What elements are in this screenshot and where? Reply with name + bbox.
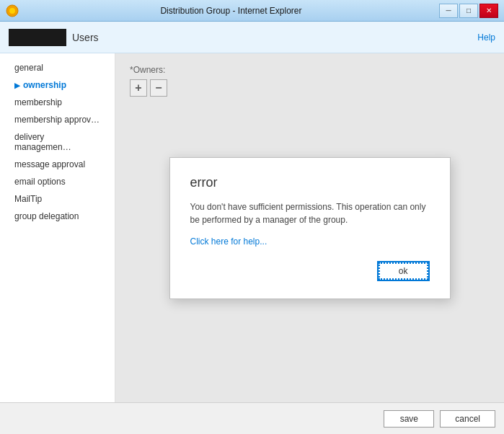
content-area: general ▶ ownership membership membershi…	[0, 53, 504, 402]
browser-icon	[6, 4, 19, 17]
sidebar-item-ownership[interactable]: ▶ ownership	[0, 76, 115, 94]
page-title: Users	[72, 32, 99, 43]
bottom-bar: save cancel	[0, 402, 504, 434]
sidebar-item-message-approval[interactable]: message approval	[0, 156, 115, 173]
close-button[interactable]: ✕	[479, 4, 498, 18]
sidebar-label-email-options: email options	[14, 177, 66, 187]
ok-button[interactable]: ok	[377, 261, 430, 281]
sidebar-label-mailtip: MailTip	[14, 194, 42, 204]
dialog-help-link[interactable]: Click here for help...	[190, 236, 430, 247]
sidebar-item-general[interactable]: general	[0, 59, 115, 76]
sidebar-item-membership[interactable]: membership	[0, 94, 115, 111]
header: Users Help	[0, 22, 504, 53]
window-title: Distribution Group - Internet Explorer	[23, 6, 439, 16]
sidebar-label-delivery-management: delivery managemen…	[14, 132, 100, 152]
save-button[interactable]: save	[384, 410, 434, 428]
dialog-message: You don't have sufficient permissions. T…	[190, 200, 430, 226]
sidebar-label-group-delegation: group delegation	[14, 211, 79, 221]
active-arrow: ▶	[14, 81, 20, 89]
modal-overlay: error You don't have sufficient permissi…	[115, 53, 504, 402]
cancel-button[interactable]: cancel	[440, 410, 495, 428]
svg-point-1	[9, 8, 15, 14]
main-panel: *Owners: + − error You don't have suffic…	[115, 53, 504, 402]
sidebar-label-general: general	[14, 63, 43, 73]
sidebar-label-message-approval: message approval	[14, 159, 85, 169]
minimize-button[interactable]: ─	[439, 4, 458, 18]
sidebar-item-membership-approval[interactable]: membership approv…	[0, 111, 115, 128]
dialog-footer: ok	[190, 261, 430, 284]
sidebar-item-delivery-management[interactable]: delivery managemen…	[0, 128, 115, 156]
sidebar-item-group-delegation[interactable]: group delegation	[0, 208, 115, 225]
avatar	[9, 29, 66, 46]
sidebar: general ▶ ownership membership membershi…	[0, 53, 115, 402]
header-left: Users	[9, 29, 99, 46]
window-controls: ─ □ ✕	[439, 4, 498, 18]
sidebar-label-membership: membership	[14, 97, 62, 107]
error-dialog: error You don't have sufficient permissi…	[169, 157, 451, 299]
title-bar: Distribution Group - Internet Explorer ─…	[0, 0, 504, 22]
main-window: Users Help general ▶ ownership membershi…	[0, 22, 504, 434]
dialog-body: error You don't have sufficient permissi…	[170, 158, 450, 298]
sidebar-item-mailtip[interactable]: MailTip	[0, 190, 115, 208]
sidebar-item-email-options[interactable]: email options	[0, 173, 115, 190]
help-link[interactable]: Help	[477, 32, 495, 43]
sidebar-label-ownership: ownership	[23, 80, 66, 90]
dialog-title: error	[190, 175, 430, 190]
maximize-button[interactable]: □	[459, 4, 478, 18]
sidebar-label-membership-approval: membership approv…	[14, 115, 100, 125]
